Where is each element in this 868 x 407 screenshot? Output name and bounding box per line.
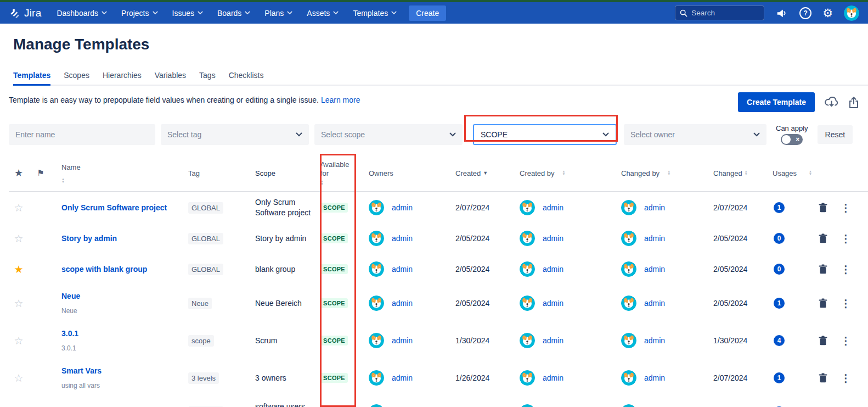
changed-by-avatar[interactable]: [621, 231, 636, 246]
more-actions-button[interactable]: ⋮: [841, 203, 851, 213]
column-header-changed[interactable]: Changed▲▼: [713, 160, 773, 186]
delete-button[interactable]: [819, 233, 827, 243]
column-header-usages[interactable]: Usages▲▼: [773, 160, 812, 186]
star-icon[interactable]: ☆: [14, 334, 23, 347]
template-name-link[interactable]: 3.0.1: [61, 329, 78, 338]
more-actions-button[interactable]: ⋮: [841, 373, 851, 383]
name-filter[interactable]: [9, 124, 155, 145]
created-by-avatar[interactable]: [520, 404, 535, 407]
owner-link[interactable]: admin: [392, 373, 413, 382]
usages-badge[interactable]: 1: [774, 372, 785, 383]
changed-by-link[interactable]: admin: [644, 336, 665, 345]
created-by-link[interactable]: admin: [543, 234, 563, 243]
search-input[interactable]: [691, 9, 752, 17]
delete-button[interactable]: [819, 336, 827, 345]
owner-avatar[interactable]: [369, 370, 384, 386]
sort-icon[interactable]: ▲▼: [745, 170, 748, 176]
more-actions-button[interactable]: ⋮: [841, 298, 851, 309]
announcements-button[interactable]: [775, 7, 788, 19]
tab-tags[interactable]: Tags: [199, 68, 216, 85]
nav-item-issues[interactable]: Issues: [172, 9, 203, 18]
export-button[interactable]: [848, 96, 859, 109]
changed-by-avatar[interactable]: [621, 296, 636, 311]
owner-link[interactable]: admin: [392, 299, 413, 308]
column-header-createdby[interactable]: Created by▲▼: [506, 160, 608, 186]
created-by-link[interactable]: admin: [543, 265, 563, 274]
star-icon[interactable]: ☆: [14, 232, 23, 245]
template-name-link[interactable]: scope with blank group: [61, 265, 147, 274]
changed-by-link[interactable]: admin: [644, 373, 665, 382]
tab-variables[interactable]: Variables: [155, 68, 186, 85]
template-name-link[interactable]: Neue: [61, 292, 80, 300]
nav-item-boards[interactable]: Boards: [217, 9, 250, 18]
column-header-avail[interactable]: Available for▲▼: [320, 160, 356, 186]
tab-templates[interactable]: Templates: [13, 68, 50, 85]
usages-badge[interactable]: 1: [774, 298, 785, 309]
tag-filter[interactable]: Select tag: [161, 124, 309, 145]
owner-filter[interactable]: Select owner: [624, 124, 766, 145]
delete-button[interactable]: [819, 203, 827, 213]
column-header-created[interactable]: Created▼: [450, 160, 506, 186]
created-by-link[interactable]: admin: [543, 203, 563, 212]
name-filter-input[interactable]: [15, 130, 149, 139]
owner-avatar[interactable]: [369, 261, 384, 277]
changed-by-avatar[interactable]: [621, 200, 636, 215]
star-icon[interactable]: ☆: [14, 297, 23, 310]
owner-link[interactable]: admin: [392, 336, 413, 345]
template-name-link[interactable]: Smart Vars: [61, 366, 102, 375]
help-button[interactable]: ?: [799, 7, 811, 19]
tab-checklists[interactable]: Checklists: [229, 68, 264, 85]
learn-more-link[interactable]: Learn more: [321, 96, 360, 104]
template-name-link[interactable]: Only Scrum Software project: [61, 203, 167, 212]
changed-by-link[interactable]: admin: [644, 265, 665, 274]
column-header-changedby[interactable]: Changed by▲▼: [608, 160, 713, 186]
created-by-avatar[interactable]: [520, 261, 535, 277]
changed-by-link[interactable]: admin: [644, 299, 665, 308]
created-by-avatar[interactable]: [520, 296, 535, 311]
changed-by-link[interactable]: admin: [644, 203, 665, 212]
more-actions-button[interactable]: ⋮: [841, 233, 851, 244]
changed-by-avatar[interactable]: [621, 404, 636, 407]
owner-avatar[interactable]: [369, 296, 384, 311]
sort-icon[interactable]: ▲▼: [61, 178, 65, 183]
created-by-avatar[interactable]: [520, 200, 535, 215]
create-template-button[interactable]: Create Template: [738, 92, 815, 112]
delete-button[interactable]: [819, 298, 827, 308]
created-by-avatar[interactable]: [520, 333, 535, 348]
owner-avatar[interactable]: [369, 231, 384, 246]
delete-button[interactable]: [819, 373, 827, 383]
reset-button[interactable]: Reset: [818, 125, 853, 144]
usages-badge[interactable]: 4: [774, 335, 785, 346]
owner-avatar[interactable]: [369, 333, 384, 348]
owner-link[interactable]: admin: [392, 265, 413, 274]
created-by-link[interactable]: admin: [543, 373, 563, 382]
usages-badge[interactable]: 0: [774, 264, 785, 275]
nav-item-dashboards[interactable]: Dashboards: [57, 9, 107, 18]
sort-desc-icon[interactable]: ▼: [483, 170, 488, 176]
tab-hierarchies[interactable]: Hierarchies: [103, 68, 142, 85]
nav-item-plans[interactable]: Plans: [264, 9, 292, 18]
column-header-name[interactable]: Name▲▼: [53, 160, 188, 186]
star-icon[interactable]: ☆: [14, 202, 23, 214]
owner-avatar[interactable]: [369, 200, 384, 215]
settings-button[interactable]: ⚙: [822, 7, 833, 19]
star-icon[interactable]: ☆: [14, 372, 23, 384]
changed-by-link[interactable]: admin: [644, 234, 665, 243]
created-by-avatar[interactable]: [520, 231, 535, 246]
jira-logo[interactable]: Jira: [9, 7, 41, 19]
owner-link[interactable]: admin: [392, 203, 413, 212]
sort-icon[interactable]: ▲▼: [562, 170, 566, 176]
star-icon[interactable]: ★: [14, 263, 23, 276]
owner-avatar[interactable]: [369, 404, 384, 407]
user-avatar[interactable]: [844, 5, 859, 21]
created-by-avatar[interactable]: [520, 370, 535, 386]
tab-scopes[interactable]: Scopes: [64, 68, 89, 85]
sort-icon[interactable]: ▲▼: [667, 170, 670, 176]
created-by-link[interactable]: admin: [543, 336, 563, 345]
usages-badge[interactable]: 1: [774, 202, 785, 213]
changed-by-avatar[interactable]: [621, 370, 636, 386]
create-button[interactable]: Create: [409, 5, 446, 21]
search-box[interactable]: [675, 5, 764, 20]
available-for-filter[interactable]: SCOPE: [473, 124, 617, 145]
delete-button[interactable]: [819, 264, 827, 274]
